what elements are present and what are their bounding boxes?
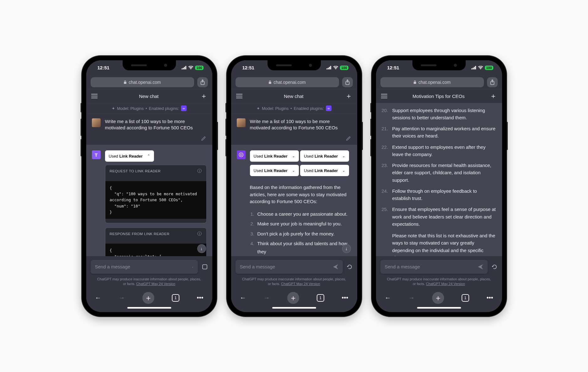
forward-button[interactable]: →	[408, 294, 415, 301]
info-icon[interactable]: ⓘ	[197, 231, 202, 237]
wifi-icon	[333, 66, 338, 70]
share-button[interactable]	[197, 77, 208, 87]
version-link[interactable]: ChatGPT May 24 Version	[136, 282, 175, 286]
regenerate-button[interactable]	[347, 264, 353, 270]
share-button[interactable]	[342, 77, 353, 87]
clock: 12:51	[98, 65, 109, 70]
plugin-badge-icon: ∞	[181, 105, 187, 111]
enabled-plugins-label: Enabled plugins:	[149, 106, 179, 111]
user-avatar	[237, 118, 246, 127]
tabs-button[interactable]: 1	[462, 294, 469, 302]
share-button[interactable]	[487, 77, 498, 87]
more-button[interactable]: •••	[487, 294, 493, 301]
lock-icon	[268, 80, 272, 84]
chevron-down-icon: ⌄	[342, 168, 345, 173]
svg-rect-9	[329, 67, 330, 69]
user-message-text: Write me a list of 100 ways to be more m…	[250, 118, 352, 131]
version-link[interactable]: ChatGPT May 24 Version	[281, 282, 320, 286]
back-button[interactable]: ←	[384, 294, 391, 301]
url-text: chat.openai.com	[418, 80, 451, 85]
new-tab-button[interactable]: ＋	[287, 292, 299, 304]
url-text: chat.openai.com	[273, 80, 306, 85]
back-button[interactable]: ←	[95, 294, 101, 301]
menu-button[interactable]	[381, 94, 387, 98]
forward-button[interactable]: →	[263, 294, 270, 301]
svg-rect-19	[414, 82, 416, 84]
more-button[interactable]: •••	[342, 294, 348, 301]
scroll-to-bottom-button[interactable]: ↓	[197, 244, 206, 253]
edit-message-button[interactable]	[201, 136, 206, 141]
chevron-down-icon: ⌄	[342, 154, 345, 158]
new-chat-button[interactable]: ＋	[345, 91, 352, 101]
plugin-call-toggle[interactable]: Used Link Reader ⌄	[250, 150, 299, 162]
response-list-start: Choose a career you are passionate about…	[250, 210, 352, 256]
list-item: Ensure that employees feel a sense of pu…	[392, 206, 496, 228]
chevron-down-icon: ⌄	[292, 154, 295, 158]
list-item: Pay attention to marginalized workers an…	[392, 125, 496, 140]
svg-rect-11	[269, 82, 271, 84]
svg-rect-10	[330, 66, 331, 69]
list-item: Extend support to employees even after t…	[392, 143, 496, 158]
address-bar[interactable]: chat.openai.com	[91, 77, 194, 87]
assistant-message: Used Link Reader ⌄ Used Link Reader ⌄ Us…	[231, 145, 357, 256]
puzzle-icon: ✦	[112, 106, 115, 111]
scroll-to-bottom-button[interactable]: ↓	[342, 244, 351, 253]
response-code-block: { "organic_results": [ { "title": "4 Thi…	[105, 244, 206, 256]
plugin-call-toggle[interactable]: Used Link Reader ⌄	[300, 150, 349, 162]
request-code-block: { "q": "100 ways to be more motivated ac…	[105, 181, 206, 219]
new-tab-button[interactable]: ＋	[432, 292, 444, 304]
cellular-icon	[326, 66, 331, 69]
home-indicator[interactable]	[272, 307, 316, 309]
list-item: Follow through on employee feedback to e…	[392, 187, 496, 202]
home-indicator[interactable]	[417, 307, 461, 309]
model-label: Model: Plugins	[117, 106, 144, 111]
svg-rect-4	[124, 82, 126, 84]
message-input[interactable]: Send a message	[236, 260, 343, 274]
new-chat-button[interactable]: ＋	[490, 91, 497, 101]
menu-button[interactable]	[236, 94, 242, 98]
phone-frame-2: 12:51 100 chat.openai.com New chat ＋ ✦ M…	[227, 56, 362, 316]
address-bar[interactable]: chat.openai.com	[236, 77, 339, 87]
closing-note: Please note that this list is not exhaus…	[382, 232, 496, 256]
plugin-call-toggle[interactable]: Used Link Reader ⌄	[300, 165, 349, 176]
message-input[interactable]: Send a message	[380, 260, 488, 274]
info-icon[interactable]: ⓘ	[197, 168, 202, 174]
menu-button[interactable]	[91, 94, 98, 98]
new-tab-button[interactable]: ＋	[142, 292, 154, 304]
response-panel: RESPONSE FROM LINK READER ⓘ { "organic_r…	[105, 228, 207, 256]
plugin-call-toggle[interactable]: Used Link Reader ⌄	[250, 165, 299, 176]
plugin-call-toggle[interactable]: Used Link Reader ⌃	[105, 150, 154, 162]
send-icon[interactable]	[478, 264, 483, 270]
more-button[interactable]: •••	[197, 294, 204, 301]
edit-message-button[interactable]	[346, 136, 351, 141]
tabs-button[interactable]: 1	[172, 294, 179, 302]
tabs-button[interactable]: 1	[317, 294, 324, 302]
svg-rect-18	[475, 66, 476, 69]
chat-title: New chat	[139, 94, 159, 99]
input-trailing-dot: ·	[192, 264, 193, 269]
send-icon[interactable]	[333, 264, 338, 270]
back-button[interactable]: ←	[240, 294, 246, 301]
new-chat-button[interactable]: ＋	[200, 91, 207, 101]
disclaimer-text: ChatGPT may produce inaccurate informati…	[376, 275, 502, 289]
chevron-up-icon: ⌃	[147, 154, 150, 158]
disclaimer-text: ChatGPT may produce inaccurate informati…	[86, 275, 212, 289]
regenerate-button[interactable]	[491, 264, 498, 270]
home-indicator[interactable]	[127, 307, 171, 309]
assistant-avatar	[237, 150, 246, 159]
chat-title: Motivation Tips for CEOs	[413, 94, 465, 99]
list-item: Support employees through various listen…	[392, 107, 496, 121]
version-link[interactable]: ChatGPT May 24 Version	[426, 282, 465, 286]
message-placeholder: Send a message	[95, 264, 130, 269]
clock: 12:51	[242, 65, 254, 70]
address-bar[interactable]: chat.openai.com	[380, 77, 484, 87]
message-input[interactable]: Send a message ·	[91, 260, 198, 274]
chevron-down-icon: ⌄	[292, 168, 295, 173]
svg-rect-0	[182, 68, 183, 69]
wifi-icon	[188, 66, 193, 70]
forward-button[interactable]: →	[119, 294, 125, 301]
list-item: Don't pick a job purely for the money.	[257, 230, 352, 238]
svg-rect-1	[183, 68, 184, 69]
stop-button[interactable]	[202, 264, 208, 270]
response-label: RESPONSE FROM LINK READER	[110, 232, 170, 236]
